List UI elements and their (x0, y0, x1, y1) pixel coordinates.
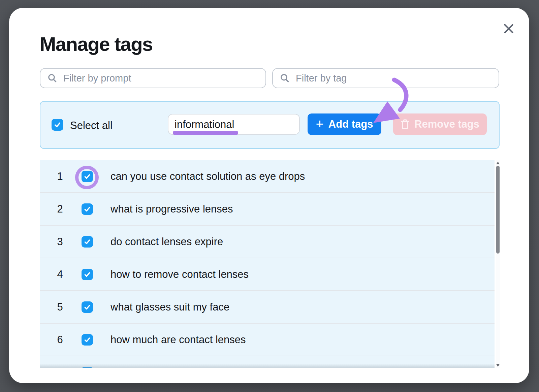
tag-name-input[interactable] (174, 117, 295, 133)
list-scrollbar[interactable] (496, 160, 500, 368)
row-checkbox[interactable] (82, 367, 93, 368)
prompts-rows-viewport: 1 can you use contact solution as eye dr… (40, 160, 495, 368)
row-prompt-text: how to remove contact lenses (110, 268, 249, 281)
manage-tags-modal: Manage tags (9, 8, 529, 383)
row-number: 1 (50, 170, 70, 183)
row-prompt-text: what is progressive lenses (110, 203, 233, 215)
row-checkbox[interactable] (82, 301, 93, 313)
row-number: 5 (50, 301, 70, 313)
check-icon (53, 121, 62, 129)
check-icon (83, 172, 91, 181)
row-prompt-text: can you use contact solution as eye drop… (110, 170, 305, 183)
search-icon (280, 73, 290, 83)
filter-by-tag-input[interactable] (295, 72, 499, 84)
row-number: 4 (50, 268, 70, 281)
row-checkbox[interactable] (82, 334, 93, 346)
check-icon (83, 336, 91, 344)
add-tags-button[interactable]: + Add tags (308, 113, 381, 135)
row-number: 6 (50, 334, 70, 346)
row-checkbox[interactable] (82, 269, 93, 280)
row-number: 7 (50, 366, 70, 368)
purple-underline-annotation (173, 131, 238, 135)
row-number: 2 (50, 203, 70, 215)
row-prompt-text: how much are contact lenses (110, 334, 246, 346)
row-prompt-text: what glasses suit my face (110, 301, 229, 313)
row-prompt-text: do contact lenses expire (110, 236, 223, 248)
row-checkbox[interactable] (82, 203, 93, 215)
bulk-actions-toolbar: Select all + Add tags Remove tags (40, 101, 500, 149)
scrollbar-up-arrow[interactable] (496, 162, 500, 164)
scrollbar-thumb[interactable] (496, 166, 500, 254)
remove-tags-label: Remove tags (414, 118, 479, 130)
search-icon (47, 73, 57, 83)
row-number: 3 (50, 236, 70, 248)
table-row: 6 how much are contact lenses (40, 324, 495, 356)
page-title: Manage tags (40, 33, 153, 55)
check-icon (83, 205, 91, 213)
table-row: 1 can you use contact solution as eye dr… (40, 160, 495, 193)
table-row: 7 (40, 356, 495, 368)
filter-by-tag-field (272, 68, 499, 88)
table-row: 5 what glasses suit my face (40, 291, 495, 324)
remove-tags-button[interactable]: Remove tags (393, 113, 487, 135)
close-button[interactable] (500, 20, 518, 38)
close-icon (501, 21, 516, 37)
table-row: 2 what is progressive lenses (40, 193, 495, 226)
check-icon (83, 270, 91, 279)
filter-by-prompt-field (40, 68, 266, 88)
tag-name-field (168, 114, 300, 135)
table-row: 4 how to remove contact lenses (40, 258, 495, 291)
check-icon (83, 238, 91, 246)
scrollbar-down-arrow[interactable] (496, 364, 500, 367)
row-checkbox[interactable] (82, 236, 93, 248)
add-tags-label: Add tags (328, 118, 373, 130)
filter-by-prompt-input[interactable] (63, 72, 265, 84)
prompts-list: 1 can you use contact solution as eye dr… (40, 160, 499, 368)
row-checkbox[interactable] (82, 171, 93, 182)
select-all-checkbox[interactable] (52, 119, 63, 131)
select-all-label: Select all (70, 120, 113, 131)
table-row: 3 do contact lenses expire (40, 226, 495, 258)
plus-icon: + (316, 117, 324, 131)
check-icon (83, 303, 91, 311)
trash-icon (401, 119, 410, 130)
